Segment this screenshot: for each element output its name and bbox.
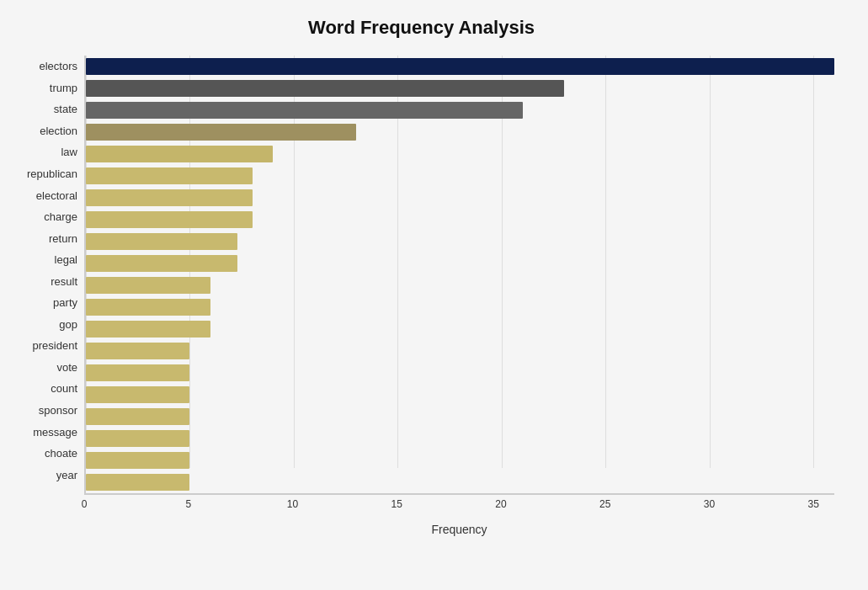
bar [86,364,189,381]
y-label: charge [44,206,77,228]
bar [86,321,210,338]
bar [86,233,237,250]
y-label: legal [55,249,77,271]
bar [86,124,356,141]
bar-row [86,274,834,296]
y-axis: electorstrumpstateelectionlawrepublicane… [8,56,84,511]
chart-container: Word Frequency Analysis electorstrumpsta… [0,0,868,590]
y-label: message [33,421,77,443]
bar-row [86,143,834,165]
x-axis: Frequency 05101520253035 [84,493,834,511]
bar [86,452,189,469]
x-tick: 10 [287,498,298,510]
bar-row [86,121,834,143]
y-label: state [54,98,77,120]
y-label: trump [50,77,77,99]
y-label: law [61,141,77,163]
bars-container [84,56,834,493]
bar-row [86,384,834,406]
bar-row [86,187,834,209]
bar-row [86,340,834,362]
y-label: president [33,335,77,357]
bar-row [86,318,834,340]
x-tick: 20 [495,498,506,510]
bar-row [86,231,834,252]
bar [86,80,564,97]
bar [86,386,189,403]
y-label: vote [56,357,77,379]
bar-row [86,99,834,121]
bar-row [86,406,834,428]
bar [86,343,189,359]
x-tick: 15 [391,498,402,510]
plot-area: Frequency 05101520253035 [84,56,834,511]
y-label: party [53,292,77,314]
y-label: gop [59,314,77,336]
bar-row [86,296,834,318]
bar [86,58,834,75]
x-tick: 30 [704,498,715,510]
y-label: republican [27,163,77,185]
bar-row [86,471,834,493]
bar-row [86,428,834,449]
chart-area: electorstrumpstateelectionlawrepublicane… [8,56,834,511]
x-axis-label: Frequency [431,523,487,536]
bar-row [86,252,834,274]
bar [86,277,210,294]
bar [86,189,253,206]
bar-row [86,165,834,187]
y-label: year [56,464,77,486]
bar [86,408,189,425]
chart-title: Word Frequency Analysis [8,17,834,39]
bar-row [86,362,834,384]
bar [86,430,189,447]
bar-row [86,209,834,231]
x-tick: 35 [808,498,819,510]
y-label: result [51,270,77,292]
y-label: electoral [36,184,77,206]
bar-row [86,77,834,99]
y-label: return [49,227,77,249]
y-label: sponsor [39,400,77,422]
x-tick: 0 [82,498,88,510]
bar [86,167,253,184]
bar [86,299,210,316]
bar [86,146,273,162]
y-label: choate [45,443,77,465]
y-label: electors [39,56,77,77]
bar-row [86,56,834,77]
x-tick: 25 [599,498,610,510]
y-label: count [51,378,77,400]
bar-row [86,449,834,471]
bar [86,102,523,119]
bar [86,474,189,491]
bar [86,211,253,228]
x-tick: 5 [185,498,191,510]
y-label: election [40,120,77,142]
bar [86,255,237,272]
